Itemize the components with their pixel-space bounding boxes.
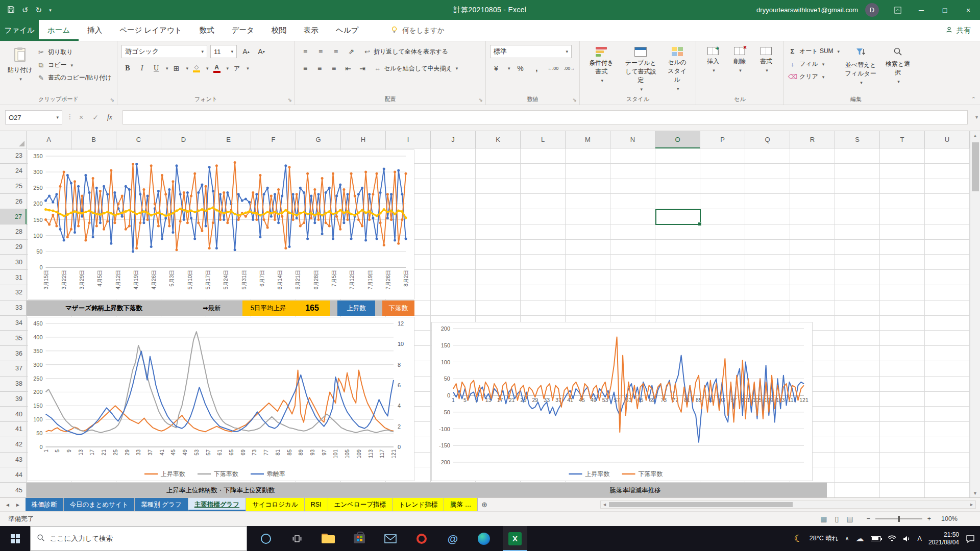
align-top-icon[interactable]: ≡ xyxy=(299,45,311,58)
orientation-icon[interactable]: ⇗ xyxy=(345,45,357,58)
ribbon-tab-校閲[interactable]: 校閲 xyxy=(263,20,295,41)
sheet-tab-今日のまとめサイト[interactable]: 今日のまとめサイト xyxy=(64,498,135,511)
bold-button[interactable]: B xyxy=(121,62,134,75)
conditional-formatting-button[interactable]: 条件付き書式▾ xyxy=(584,45,619,85)
sheet-nav-left-icon[interactable]: ◄ xyxy=(5,502,10,508)
find-select-button[interactable]: 検索と選択▾ xyxy=(881,45,914,86)
onedrive-cloud-icon[interactable]: ☁ xyxy=(856,534,864,543)
increase-font-icon[interactable]: A▴ xyxy=(240,45,252,58)
sheet-tab-株価診断[interactable]: 株価診断 xyxy=(26,498,64,511)
row-header-30[interactable]: 30 xyxy=(0,255,27,270)
page-break-view-icon[interactable]: ▤ xyxy=(846,515,853,523)
insert-function-icon[interactable]: fx xyxy=(103,110,116,124)
ime-mode[interactable]: A xyxy=(918,535,922,542)
zoom-slider-thumb[interactable] xyxy=(898,516,900,522)
ribbon-tab-表示[interactable]: 表示 xyxy=(295,20,327,41)
dialog-launcher-icon[interactable]: ⇘ xyxy=(479,97,483,103)
hscroll-left-icon[interactable]: ◄ xyxy=(602,502,607,507)
comma-style-icon[interactable]: , xyxy=(531,62,543,75)
column-header-E[interactable]: E xyxy=(206,131,251,148)
scroll-down-icon[interactable]: ▼ xyxy=(970,491,980,496)
column-header-N[interactable]: N xyxy=(610,131,655,148)
row-header-44[interactable]: 44 xyxy=(0,467,27,483)
column-header-T[interactable]: T xyxy=(880,131,925,148)
sheet-tab-業種別 グラフ[interactable]: 業種別 グラフ xyxy=(135,498,188,511)
clear-button[interactable]: ⌫クリア▾ xyxy=(788,70,840,83)
close-button[interactable]: × xyxy=(957,0,980,20)
decrease-decimal-icon[interactable]: .00→ xyxy=(564,62,576,75)
excel-taskbar-button[interactable]: X xyxy=(503,526,527,551)
column-header-S[interactable]: S xyxy=(835,131,880,148)
sheet-tab-主要指標グラフ[interactable]: 主要指標グラフ xyxy=(188,498,246,511)
font-color-icon[interactable]: A xyxy=(211,62,223,75)
chart-top-movers[interactable]: 0501001502002503003504004500246810121591… xyxy=(28,317,414,481)
edge-button[interactable] xyxy=(472,526,496,551)
increase-decimal-icon[interactable]: ←.00 xyxy=(547,62,559,75)
column-header-H[interactable]: H xyxy=(341,131,386,148)
action-center-icon[interactable] xyxy=(966,535,975,543)
row-header-35[interactable]: 35 xyxy=(0,331,27,346)
red-app-button[interactable] xyxy=(409,526,434,551)
column-header-B[interactable]: B xyxy=(71,131,116,148)
align-right-icon[interactable]: ≡ xyxy=(328,62,340,75)
insert-cells-button[interactable]: ＋ 挿入▾ xyxy=(700,45,726,75)
sheet-tab-トレンド指標[interactable]: トレンド指標 xyxy=(393,498,444,511)
column-header-I[interactable]: I xyxy=(386,131,431,148)
merge-center-button[interactable]: ⇔セルを結合して中央揃え▾ xyxy=(371,62,460,75)
enter-check-icon[interactable]: ✓ xyxy=(89,110,102,124)
dialog-launcher-icon[interactable]: ⇘ xyxy=(288,97,292,103)
ribbon-tab-ヘルプ[interactable]: ヘルプ xyxy=(327,20,368,41)
show-hidden-icons-chevron[interactable]: ∧ xyxy=(845,535,849,542)
column-header-G[interactable]: G xyxy=(296,131,341,148)
row-header-25[interactable]: 25 xyxy=(0,179,27,194)
align-middle-icon[interactable]: ≡ xyxy=(314,45,327,58)
expand-formula-bar-icon[interactable]: ▾ xyxy=(975,114,978,120)
start-button[interactable] xyxy=(0,526,30,551)
mail-button[interactable] xyxy=(378,526,403,551)
new-sheet-button[interactable]: ⊕ xyxy=(478,498,491,511)
row-header-27[interactable]: 27 xyxy=(0,209,27,224)
maximize-button[interactable]: □ xyxy=(933,0,957,20)
ribbon-tab-ホーム[interactable]: ホーム xyxy=(39,20,79,41)
fill-button[interactable]: ↓フィル▾ xyxy=(788,58,840,70)
row-header-38[interactable]: 38 xyxy=(0,377,27,392)
formula-input[interactable] xyxy=(122,110,968,124)
delete-cells-button[interactable]: × 削除▾ xyxy=(727,45,752,75)
column-header-O[interactable]: O xyxy=(655,131,700,148)
row-header-29[interactable]: 29 xyxy=(0,240,27,255)
sheet-tab-騰落 …[interactable]: 騰落 … xyxy=(444,498,478,511)
format-cells-button[interactable]: 書式▾ xyxy=(753,45,779,75)
column-header-F[interactable]: F xyxy=(251,131,296,148)
redo-icon[interactable]: ↻ xyxy=(36,6,42,15)
scroll-up-icon[interactable]: ▲ xyxy=(970,133,980,138)
format-painter-button[interactable]: ✎書式のコピー/貼り付け xyxy=(37,71,112,84)
borders-icon[interactable]: ⊞ xyxy=(170,62,183,75)
formula-bar-splitter[interactable]: ⋮ xyxy=(66,112,74,120)
column-header-P[interactable]: P xyxy=(700,131,745,148)
column-header-K[interactable]: K xyxy=(476,131,521,148)
row-header-40[interactable]: 40 xyxy=(0,407,27,422)
row-header-36[interactable]: 36 xyxy=(0,346,27,361)
column-header-M[interactable]: M xyxy=(566,131,610,148)
zoom-out-icon[interactable]: − xyxy=(866,515,870,522)
select-all-corner[interactable] xyxy=(0,131,27,148)
cut-button[interactable]: ✂切り取り xyxy=(37,46,112,59)
decrease-font-icon[interactable]: A▾ xyxy=(255,45,267,58)
vertical-scroll-thumb[interactable] xyxy=(972,142,979,191)
dialog-launcher-icon[interactable]: ⇘ xyxy=(110,97,114,103)
horizontal-scroll-thumb[interactable] xyxy=(609,502,793,507)
name-box[interactable]: O27▾ xyxy=(5,110,62,124)
speaker-icon[interactable] xyxy=(903,535,911,542)
ribbon-tab-数式[interactable]: 数式 xyxy=(191,20,223,41)
column-header-C[interactable]: C xyxy=(116,131,161,148)
dialog-launcher-icon[interactable]: ⇘ xyxy=(573,97,577,103)
number-format-select[interactable]: 標準▾ xyxy=(490,45,572,58)
copy-button[interactable]: ⧉コピー▾ xyxy=(37,59,112,71)
align-center-icon[interactable]: ≡ xyxy=(313,62,326,75)
normal-view-icon[interactable]: ▦ xyxy=(820,515,827,523)
zoom-slider[interactable] xyxy=(875,518,922,519)
collapse-ribbon-icon[interactable]: ⌃ xyxy=(971,96,976,103)
horizontal-scrollbar[interactable]: ◄ ► xyxy=(600,500,976,509)
row-header-26[interactable]: 26 xyxy=(0,194,27,209)
column-header-R[interactable]: R xyxy=(790,131,835,148)
